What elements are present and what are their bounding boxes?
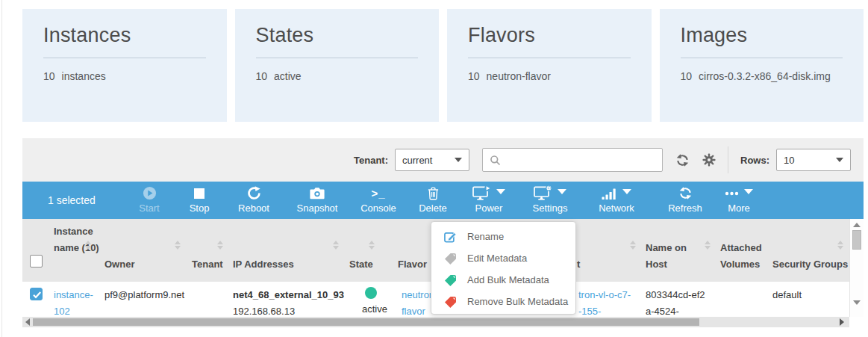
chevron-down-icon [836,158,843,162]
security-groups-cell: default [772,287,802,303]
select-all-checkbox[interactable] [30,255,43,268]
card-count-label: neutron-flavor [487,70,551,82]
card-instances: Instances 10instances [22,9,227,122]
settings-button[interactable]: Settings [523,185,577,217]
scroll-right-icon[interactable] [840,318,844,326]
button-label: Network [590,202,643,214]
horizontal-scrollbar[interactable] [22,317,849,327]
desktop-gear-icon [534,185,552,201]
more-button[interactable]: More [712,185,766,217]
sort-arrows-icon[interactable] [704,241,711,250]
snapshot-button[interactable]: Snapshot [290,185,344,217]
owner-cell: pf9@platform9.net [104,287,184,303]
menu-item-label: Rename [467,231,504,242]
power-button[interactable]: Power [462,185,516,217]
column-header-attached-volumes[interactable]: Attached Volumes [720,240,777,273]
card-count-label: cirros-0.3.2-x86_64-disk.img [699,70,831,82]
column-header-host-fragment[interactable]: t [577,256,580,273]
delete-button[interactable]: Delete [406,185,460,217]
refresh-button[interactable]: Refresh [658,185,712,217]
card-count-value: 10 [43,70,55,82]
sort-arrows-icon[interactable] [332,241,340,250]
menu-item-label: Remove Bulk Metadata [467,296,568,307]
column-header-tenant[interactable]: Tenant [192,256,223,273]
instance-name-link[interactable]: instance-102 [54,287,102,320]
column-header-state[interactable]: State [349,256,373,273]
console-button[interactable]: >_ Console [352,185,405,217]
column-header-ip-addresses[interactable]: IP Addresses [233,256,294,273]
sort-arrows-icon[interactable] [174,241,181,250]
menu-item-add-bulk-metadata[interactable]: Add Bulk Metadata [431,269,575,291]
tag-red-icon [444,295,458,309]
signal-bars-icon [602,188,617,200]
button-label: Snapshot [290,202,344,214]
vertical-scrollbar[interactable] [849,219,864,317]
terminal-icon: >_ [371,188,385,199]
chevron-down-icon [744,189,753,194]
card-title: Images [681,24,843,47]
scroll-down-icon[interactable] [853,300,861,305]
column-header-name-on-host[interactable]: Name on Host [646,240,699,273]
card-count-label: instances [62,70,106,82]
card-title: Flavors [468,24,631,47]
menu-item-edit-metadata[interactable]: Edit Metadata [431,247,575,269]
filter-bar: Tenant: current [22,138,864,182]
sort-arrows-icon[interactable] [216,241,224,250]
card-count-value: 10 [468,70,480,82]
card-divider [681,58,843,58]
button-label: Delete [406,202,460,214]
ellipsis-icon [725,191,739,196]
rows-select[interactable]: 10 [776,149,851,171]
chevron-down-icon [496,189,505,194]
summary-cards: Instances 10instances States 10active Fl… [22,9,864,122]
column-header-owner[interactable]: Owner [104,256,134,273]
scroll-up-icon[interactable] [853,223,861,227]
button-label: Reboot [227,202,281,214]
row-checkbox[interactable] [30,288,43,300]
search-input[interactable] [506,155,655,166]
card-divider [256,58,419,58]
sort-arrows-icon[interactable] [368,241,375,250]
selected-count: 1 selected [48,182,96,219]
column-header-instance-name[interactable]: Instance name (10) [54,223,102,256]
chevron-down-icon [622,189,631,194]
sort-arrows-icon[interactable] [837,241,844,250]
menu-item-label: Edit Metadata [467,253,527,264]
button-label: Stop [172,202,226,214]
host-link-fragment[interactable]: tron-vl-o-c7- [578,287,631,303]
tenant-label: Tenant: [354,155,388,166]
refresh-icon[interactable] [675,153,690,167]
start-button[interactable]: Start [122,185,176,217]
gear-icon[interactable] [702,153,716,167]
card-count-label: active [274,70,302,82]
stop-button[interactable]: Stop [172,185,226,217]
card-title: Instances [43,24,206,47]
tag-green-icon [444,273,458,287]
search-icon [490,155,501,166]
card-divider [468,58,631,58]
search-box[interactable] [482,148,663,172]
column-header-flavor[interactable]: Flavor [398,256,427,273]
card-flavors: Flavors 10neutron-flavor [447,9,652,122]
menu-item-rename[interactable]: Rename [431,226,575,247]
menu-item-remove-bulk-metadata[interactable]: Remove Bulk Metadata [431,291,575,312]
button-label: Settings [523,202,577,214]
tenant-select[interactable]: current [395,149,469,171]
network-button[interactable]: Network [590,185,643,217]
tenant-select-value: current [402,155,432,166]
network-name-cell: net4_68_external_10_93 [233,287,344,303]
reboot-button[interactable]: Reboot [227,185,281,217]
horizontal-scrollbar-thumb[interactable] [33,318,699,326]
scroll-left-icon[interactable] [25,318,30,326]
trash-icon [427,187,440,200]
column-header-security-groups[interactable]: Security Groups [772,256,848,273]
stop-icon [193,188,205,200]
sort-arrows-icon[interactable] [629,241,637,250]
sort-arrows-icon[interactable] [84,241,92,250]
button-label: Refresh [658,202,712,214]
vertical-scrollbar-thumb[interactable] [852,230,861,250]
rows-select-value: 10 [784,155,794,166]
chevron-down-icon [558,189,566,194]
rename-icon [444,230,458,244]
camera-icon [310,187,325,200]
